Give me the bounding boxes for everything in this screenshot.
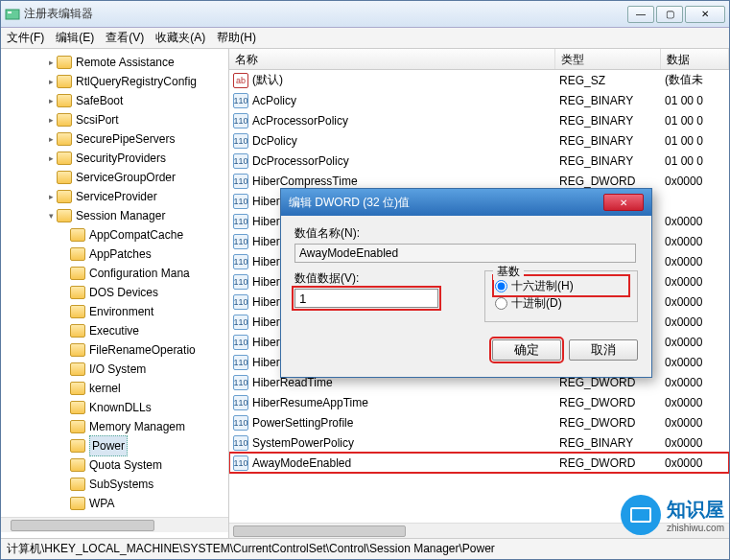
list-row[interactable]: 110AcProcessorPolicyREG_BINARY01 00 0 bbox=[229, 110, 729, 130]
twisty-icon[interactable]: ▸ bbox=[45, 53, 57, 72]
twisty-icon[interactable]: ▸ bbox=[45, 129, 57, 149]
tree-item[interactable]: ▸ServiceProvider bbox=[5, 187, 228, 206]
tree-label: KnownDLLs bbox=[89, 398, 152, 417]
menu-view[interactable]: 查看(V) bbox=[106, 30, 144, 46]
menu-help[interactable]: 帮助(H) bbox=[217, 30, 256, 46]
col-type[interactable]: 类型 bbox=[555, 49, 661, 69]
tree-label: ScsiPort bbox=[76, 110, 119, 129]
tree-item[interactable]: AppCompatCache bbox=[5, 225, 228, 245]
list-header[interactable]: 名称 类型 数据 bbox=[229, 49, 729, 70]
tree-item[interactable]: Configuration Mana bbox=[5, 264, 228, 283]
twisty-icon[interactable]: ▸ bbox=[45, 149, 57, 168]
value-data: (数值未 bbox=[665, 72, 729, 88]
list-row[interactable]: 110DcPolicyREG_BINARY01 00 0 bbox=[229, 130, 729, 151]
folder-icon bbox=[70, 401, 85, 414]
col-name[interactable]: 名称 bbox=[229, 49, 555, 69]
watermark-icon bbox=[621, 495, 661, 535]
tree-label: SecurePipeServers bbox=[76, 129, 175, 149]
col-data[interactable]: 数据 bbox=[661, 49, 729, 69]
tree-item[interactable]: Environment bbox=[5, 302, 228, 321]
tree-item[interactable]: DOS Devices bbox=[5, 283, 228, 302]
tree-item[interactable]: FileRenameOperatio bbox=[5, 340, 228, 360]
tree-item[interactable]: Quota System bbox=[5, 455, 228, 475]
twisty-icon[interactable]: ▸ bbox=[45, 110, 57, 129]
list-row[interactable]: 110AwayModeEnabledREG_DWORD0x0000 bbox=[229, 453, 729, 473]
tree-label: AppPatches bbox=[89, 245, 152, 264]
twisty-icon[interactable]: ▾ bbox=[45, 206, 57, 225]
tree-item[interactable]: ▸Remote Assistance bbox=[5, 53, 228, 72]
tree-hscroll[interactable] bbox=[1, 517, 228, 532]
value-data: 0x0000 bbox=[665, 336, 729, 349]
tree-item[interactable]: Executive bbox=[5, 321, 228, 340]
list-row[interactable]: 110DcProcessorPolicyREG_BINARY01 00 0 bbox=[229, 151, 729, 171]
folder-icon bbox=[70, 228, 85, 242]
value-name-label: 数值名称(N): bbox=[294, 225, 638, 242]
tree-item[interactable]: KnownDLLs bbox=[5, 398, 228, 417]
dialog-titlebar[interactable]: 编辑 DWORD (32 位)值 ✕ bbox=[281, 189, 651, 216]
close-button[interactable]: ✕ bbox=[685, 6, 725, 23]
tree-item[interactable]: ▸SafeBoot bbox=[5, 91, 228, 110]
list-row[interactable]: 110AcPolicyREG_BINARY01 00 0 bbox=[229, 90, 729, 110]
twisty-icon[interactable]: ▸ bbox=[45, 187, 57, 206]
tree-label: ServiceGroupOrder bbox=[76, 168, 176, 187]
tree-label: Configuration Mana bbox=[89, 264, 190, 283]
twisty-icon[interactable]: ▸ bbox=[45, 91, 57, 110]
folder-icon bbox=[70, 382, 85, 395]
menu-file[interactable]: 文件(F) bbox=[7, 30, 44, 46]
binary-value-icon: 110 bbox=[233, 93, 248, 108]
binary-value-icon: 110 bbox=[233, 254, 248, 269]
radio-dec[interactable] bbox=[495, 297, 507, 310]
tree-item[interactable]: I/O System bbox=[5, 360, 228, 379]
value-data: 0x0000 bbox=[665, 315, 729, 329]
minimize-button[interactable]: — bbox=[627, 6, 654, 23]
value-name: AcProcessorPolicy bbox=[252, 114, 559, 128]
window-title: 注册表编辑器 bbox=[24, 6, 627, 22]
cancel-button[interactable]: 取消 bbox=[569, 339, 638, 361]
value-data-input[interactable] bbox=[294, 289, 438, 308]
dialog-close-button[interactable]: ✕ bbox=[603, 194, 644, 211]
value-data: 01 00 0 bbox=[665, 154, 729, 168]
list-row[interactable]: 110SystemPowerPolicyREG_BINARY0x0000 bbox=[229, 432, 729, 453]
menu-fav[interactable]: 收藏夹(A) bbox=[155, 30, 205, 46]
status-path: 计算机\HKEY_LOCAL_MACHINE\SYSTEM\CurrentCon… bbox=[7, 541, 495, 557]
watermark: 知识屋 zhishiwu.com bbox=[621, 495, 724, 535]
tree-label: ServiceProvider bbox=[76, 187, 157, 206]
list-row[interactable]: ab(默认)REG_SZ(数值未 bbox=[229, 70, 729, 90]
tree-item[interactable]: ▸RtlQueryRegistryConfig bbox=[5, 72, 228, 91]
folder-icon bbox=[57, 171, 72, 184]
folder-icon bbox=[70, 324, 85, 338]
twisty-icon[interactable]: ▸ bbox=[45, 72, 57, 91]
list-row[interactable]: 110PowerSettingProfileREG_DWORD0x0000 bbox=[229, 412, 729, 432]
folder-icon bbox=[57, 113, 72, 127]
tree-label: Environment bbox=[89, 302, 153, 321]
tree-label: Memory Managem bbox=[89, 417, 185, 436]
tree-item[interactable]: ▸ScsiPort bbox=[5, 110, 228, 129]
list-row[interactable]: 110HiberResumeAppTimeREG_DWORD0x0000 bbox=[229, 392, 729, 412]
tree-item[interactable]: WPA bbox=[5, 494, 228, 513]
maximize-button[interactable]: ▢ bbox=[656, 6, 683, 23]
binary-value-icon: 110 bbox=[233, 395, 248, 410]
tree-item[interactable]: Power bbox=[5, 436, 228, 455]
tree-item[interactable]: ▸SecurityProviders bbox=[5, 149, 228, 168]
folder-icon bbox=[70, 420, 85, 433]
tree-item[interactable]: Memory Managem bbox=[5, 417, 228, 436]
titlebar[interactable]: 注册表编辑器 — ▢ ✕ bbox=[1, 1, 729, 28]
radio-hex[interactable] bbox=[495, 280, 507, 292]
ok-button[interactable]: 确定 bbox=[492, 339, 561, 361]
value-type: REG_SZ bbox=[559, 74, 665, 87]
radio-hex-label: 十六进制(H) bbox=[511, 278, 574, 294]
folder-icon bbox=[70, 478, 85, 491]
tree-pane[interactable]: ▸Remote Assistance▸RtlQueryRegistryConfi… bbox=[1, 49, 229, 538]
menu-edit[interactable]: 编辑(E) bbox=[56, 30, 94, 46]
tree-item[interactable]: ▾Session Manager bbox=[5, 206, 228, 225]
tree-item[interactable]: ▸SecurePipeServers bbox=[5, 129, 228, 149]
binary-value-icon: 110 bbox=[233, 375, 248, 390]
tree-item[interactable]: SubSystems bbox=[5, 475, 228, 494]
tree-item[interactable]: kernel bbox=[5, 379, 228, 398]
binary-value-icon: 110 bbox=[233, 355, 248, 370]
tree-item[interactable]: ServiceGroupOrder bbox=[5, 168, 228, 187]
value-name: DcProcessorPolicy bbox=[252, 154, 559, 168]
folder-icon bbox=[57, 75, 72, 88]
tree-item[interactable]: AppPatches bbox=[5, 245, 228, 264]
value-data: 01 00 0 bbox=[665, 114, 729, 128]
